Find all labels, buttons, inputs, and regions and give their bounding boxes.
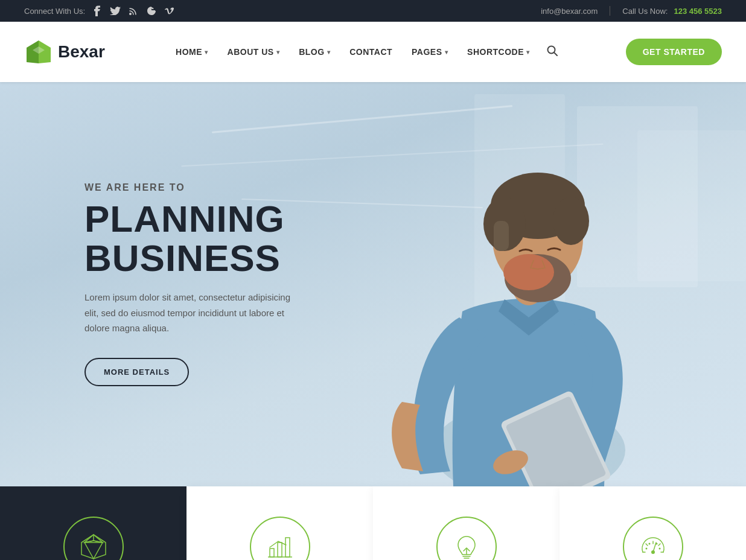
facebook-icon[interactable]: [91, 5, 103, 17]
logo-text: Bexar: [58, 42, 105, 62]
phone-number[interactable]: 123 456 5523: [674, 7, 722, 16]
cards-section: BUSINESS SOLUTION Lorem ipsum dolor sit …: [0, 486, 746, 560]
google-icon[interactable]: [145, 5, 158, 17]
svg-point-40: [658, 548, 660, 550]
logo-icon: [24, 39, 53, 65]
top-bar-left: Connect With Us:: [24, 5, 176, 17]
svg-marker-20: [84, 541, 103, 559]
hero-description: Lorem ipsum dolor sit amet, consectetur …: [84, 290, 302, 336]
card-business-solution: BUSINESS SOLUTION Lorem ipsum dolor sit …: [0, 486, 186, 560]
nav: HOME ▾ ABOUT US ▾ BLOG ▾ CONTACT PAGES ▾…: [166, 41, 564, 63]
svg-rect-12: [494, 221, 509, 251]
call-label: Call Us Now:: [622, 7, 668, 16]
svg-point-38: [648, 543, 650, 545]
svg-line-35: [646, 544, 648, 546]
svg-point-39: [655, 543, 657, 545]
bulb-icon: [451, 532, 482, 560]
svg-point-11: [553, 197, 589, 245]
svg-point-0: [129, 13, 132, 15]
nav-about-us[interactable]: ABOUT US ▾: [218, 41, 290, 63]
nav-blog[interactable]: BLOG ▾: [289, 41, 340, 63]
hero-section: We Are Here To PLANNING BUSINESS Lorem i…: [0, 82, 746, 486]
pages-dropdown-arrow: ▾: [445, 49, 448, 56]
market-research-icon-circle: [250, 517, 310, 560]
email[interactable]: info@bexar.com: [541, 7, 598, 16]
hero-title: PLANNING BUSINESS: [84, 199, 302, 278]
svg-point-14: [503, 254, 554, 290]
card-business-strategy: BUSINESS STRATEGY Lorem ipsum dolor sit …: [373, 486, 560, 560]
speed-optimization-icon-circle: [623, 517, 683, 560]
svg-line-31: [653, 542, 656, 552]
get-started-button[interactable]: GET STARTED: [626, 39, 722, 65]
card-speed-optimization: SPEED OPTIMIZATION Lorem ipsum dolor sit…: [560, 486, 746, 560]
nav-shortcode[interactable]: SHORTCODE ▾: [457, 41, 539, 63]
twitter-icon[interactable]: [109, 5, 121, 17]
svg-rect-25: [285, 538, 290, 557]
top-bar-right: info@bexar.com Call Us Now: 123 456 5523: [541, 6, 722, 16]
svg-rect-23: [270, 549, 274, 557]
logo[interactable]: Bexar: [24, 39, 105, 65]
rss-icon[interactable]: [127, 5, 139, 17]
svg-rect-24: [278, 542, 282, 557]
connect-label: Connect With Us:: [24, 7, 85, 16]
nav-home[interactable]: HOME ▾: [166, 41, 218, 63]
more-details-button[interactable]: MORE DETAILS: [84, 358, 189, 386]
search-icon[interactable]: [540, 45, 565, 59]
diamond-icon: [78, 532, 109, 560]
svg-line-36: [658, 544, 660, 546]
gauge-icon: [638, 532, 668, 560]
blog-dropdown-arrow: ▾: [327, 49, 331, 56]
about-dropdown-arrow: ▾: [276, 49, 280, 56]
nav-contact[interactable]: CONTACT: [340, 41, 402, 63]
business-solution-icon-circle: [63, 517, 124, 560]
social-icons: [91, 5, 176, 17]
header: Bexar HOME ▾ ABOUT US ▾ BLOG ▾ CONTACT P…: [0, 22, 746, 82]
nav-pages[interactable]: PAGES ▾: [402, 41, 457, 63]
top-bar: Connect With Us:: [0, 0, 746, 22]
svg-point-37: [645, 548, 647, 550]
bar-chart-icon: [265, 532, 295, 560]
hero-content: We Are Here To PLANNING BUSINESS Lorem i…: [0, 182, 386, 386]
shortcode-dropdown-arrow: ▾: [526, 49, 530, 56]
card-market-research: MARKET RESEARCH Lorem ipsum dolor sit am…: [186, 486, 373, 560]
vimeo-icon[interactable]: [164, 5, 176, 17]
svg-line-5: [554, 52, 557, 56]
home-dropdown-arrow: ▾: [205, 49, 208, 56]
hero-subtitle: We Are Here To: [84, 182, 302, 193]
business-strategy-icon-circle: [436, 517, 497, 560]
